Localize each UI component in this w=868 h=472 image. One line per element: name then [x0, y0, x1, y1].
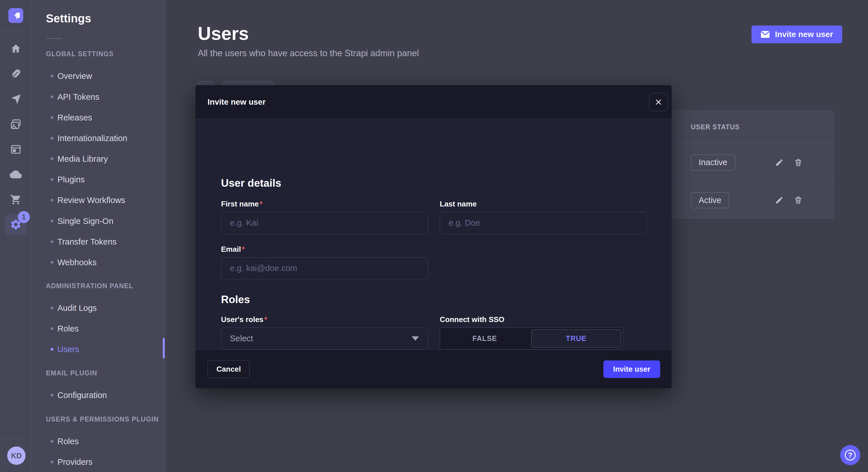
chevron-down-icon — [412, 336, 419, 341]
connect-sso-label: Connect with SSO — [440, 315, 504, 324]
sso-false-option[interactable]: FALSE — [440, 328, 530, 349]
modal-footer: Cancel Invite user — [195, 349, 672, 388]
required-asterisk: * — [242, 245, 245, 254]
close-icon[interactable] — [649, 93, 668, 111]
roles-heading: Roles — [221, 294, 250, 306]
strapi-admin-app: 1 KD Settings GLOBAL SETTINGS Overview A… — [0, 0, 868, 472]
first-name-label: First name* — [221, 200, 262, 208]
first-name-field[interactable] — [221, 212, 428, 234]
invite-user-submit-button[interactable]: Invite user — [603, 361, 660, 378]
modal-title: Invite new user — [208, 85, 266, 119]
modal-body: User details First name* Last name Email… — [195, 119, 672, 349]
roles-select-placeholder: Select — [230, 334, 253, 343]
users-roles-label: User's roles* — [221, 315, 267, 324]
modal-header: Invite new user — [195, 85, 672, 119]
invite-user-modal: Invite new user User details First name*… — [195, 85, 672, 388]
user-details-heading: User details — [221, 177, 281, 189]
roles-select[interactable]: Select — [221, 328, 428, 349]
email-field[interactable] — [221, 257, 428, 279]
sso-toggle: FALSE TRUE — [440, 328, 623, 349]
sso-true-option[interactable]: TRUE — [531, 330, 621, 347]
last-name-label: Last name — [440, 200, 477, 208]
cancel-button[interactable]: Cancel — [208, 361, 250, 378]
required-asterisk: * — [265, 315, 267, 324]
last-name-field[interactable] — [440, 212, 647, 234]
required-asterisk: * — [260, 200, 262, 208]
email-label: Email* — [221, 245, 245, 254]
